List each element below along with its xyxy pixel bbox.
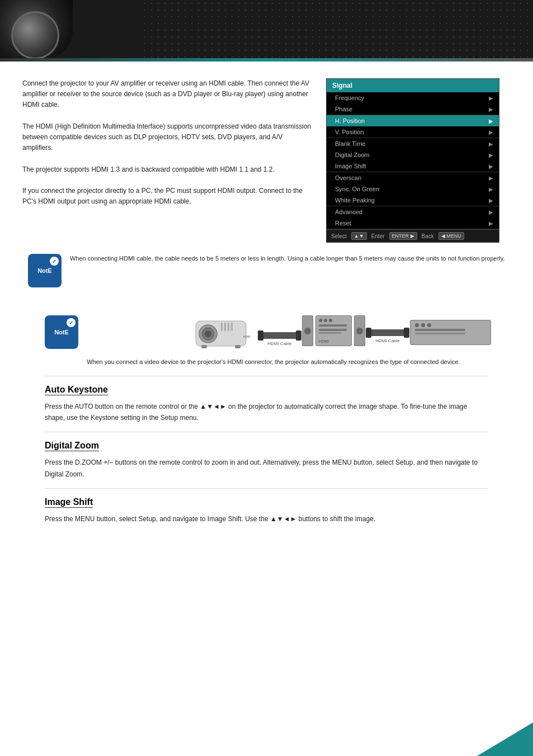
osd-item-overscan[interactable]: Overscan ▶: [327, 172, 499, 183]
svg-rect-6: [228, 323, 229, 331]
cable-1: HDMI Cable: [260, 315, 299, 346]
osd-item-frequency[interactable]: Frequency ▶: [327, 92, 499, 103]
receiver-device: HDMI: [302, 315, 365, 346]
note-checkmark-icon-2: [67, 318, 76, 327]
projector-device: HDMI: [190, 310, 257, 352]
osd-item-label: White Peaking: [335, 197, 375, 204]
osd-item-label: H. Position: [335, 117, 365, 124]
osd-item-label: Advanced: [335, 209, 362, 215]
main-content: Connect the projector to your AV amplifi…: [0, 62, 533, 545]
note-checkmark-icon: [50, 257, 59, 266]
osd-item-digitalzoom[interactable]: Digital Zoom ▶: [327, 149, 499, 160]
projector-svg: HDMI: [190, 310, 257, 352]
osd-item-label: Image Shift: [335, 163, 366, 169]
osd-section-1: Frequency ▶ Phase ▶: [327, 92, 499, 115]
paragraph-2: The HDMI (High Definition Multimedia Int…: [22, 121, 315, 154]
osd-arrow: ▶: [489, 141, 493, 147]
osd-item-label: Blank Time: [335, 140, 365, 147]
osd-arrow: ▶: [489, 118, 493, 124]
note-icon-1: NotE: [28, 254, 62, 287]
osd-item-label: Overscan: [335, 174, 361, 181]
osd-item-label: Sync. On Green: [335, 186, 379, 192]
osd-item-imageshift[interactable]: Image Shift ▶: [327, 160, 499, 172]
cable-2: HDMI Cable: [368, 318, 407, 343]
paragraph-4: If you connect the projector directly to…: [22, 186, 315, 207]
osd-item-phase[interactable]: Phase ▶: [327, 103, 499, 115]
dvd-device: [410, 317, 491, 345]
osd-select-label: Select: [331, 233, 347, 239]
connection-diagram: HDMI HDMI Cable: [171, 310, 511, 352]
osd-item-whitepeaking[interactable]: White Peaking ▶: [327, 195, 499, 206]
osd-back-label: Back: [422, 233, 434, 239]
svg-point-3: [205, 330, 211, 337]
osd-arrow: ▶: [489, 197, 493, 204]
left-column: Connect the projector to your AV amplifi…: [22, 78, 315, 243]
osd-title: Signal: [327, 79, 499, 92]
paragraph-1: Connect the projector to your AV amplifi…: [22, 78, 315, 111]
svg-text:HDMI: HDMI: [243, 335, 251, 338]
section-image-shift: Image Shift Press the MENU button, selec…: [45, 497, 488, 525]
note-icon-label: NotE: [37, 268, 52, 274]
osd-section-5: Advanced ▶ Reset ▶: [327, 206, 499, 229]
osd-item-syncongreen[interactable]: Sync. On Green ▶: [327, 183, 499, 195]
osd-arrow: ▶: [489, 152, 493, 158]
osd-section-4: Overscan ▶ Sync. On Green ▶ White Peakin…: [327, 172, 499, 206]
osd-back-key: ◀ MENU: [438, 232, 464, 240]
osd-section-3: Blank Time ▶ Digital Zoom ▶ Image Shift …: [327, 138, 499, 172]
divider-1: [45, 376, 488, 376]
section-text-auto-keystone: Press the AUTO button on the remote cont…: [45, 401, 488, 424]
osd-menu-container: Signal Frequency ▶ Phase ▶ H. Position: [326, 78, 511, 243]
header-dots-pattern: [141, 0, 533, 62]
page-header: [0, 0, 533, 62]
osd-item-label: Reset: [335, 220, 351, 226]
osd-nav-key: ▲▼: [351, 232, 367, 240]
osd-arrow: ▶: [489, 95, 493, 101]
svg-rect-8: [201, 345, 207, 348]
osd-arrow: ▶: [489, 129, 493, 135]
bottom-corner-decoration: [477, 722, 533, 756]
note-text-1: When connecting HDMI cable, the cable ne…: [70, 254, 505, 264]
osd-arrow: ▶: [489, 175, 493, 181]
note-icon-label-2: NotE: [54, 329, 69, 336]
section-text-image-shift: Press the MENU button, select Setup, and…: [45, 513, 488, 525]
note-box-1: NotE When connecting HDMI cable, the cab…: [22, 254, 511, 287]
osd-item-label: Frequency: [335, 94, 364, 101]
cable-2-label: HDMI Cable: [375, 338, 400, 343]
divider-2: [45, 432, 488, 432]
osd-arrow: ▶: [489, 106, 493, 112]
svg-rect-5: [224, 323, 226, 331]
content-columns: Connect the projector to your AV amplifi…: [22, 78, 511, 243]
osd-arrow: ▶: [489, 220, 493, 226]
diagram-and-note: HDMI HDMI Cable: [87, 299, 511, 367]
osd-item-label: Digital Zoom: [335, 152, 370, 158]
svg-rect-9: [235, 345, 240, 348]
osd-item-blanktime[interactable]: Blank Time ▶: [327, 138, 499, 149]
section-auto-keystone: Auto Keystone Press the AUTO button on t…: [45, 385, 488, 424]
section-text-digital-zoom: Press the D.ZOOM +/– buttons on the remo…: [45, 457, 488, 480]
osd-enter-label: Enter: [371, 233, 385, 239]
osd-section-2: H. Position ▶ V. Position ▶: [327, 115, 499, 138]
section-digital-zoom: Digital Zoom Press the D.ZOOM +/– button…: [45, 441, 488, 480]
diagram-row: NotE: [22, 299, 511, 367]
paragraph-3: The projector supports HDMI 1.3 and is b…: [22, 164, 315, 175]
osd-item-advanced[interactable]: Advanced ▶: [327, 206, 499, 218]
osd-arrow: ▶: [489, 163, 493, 169]
osd-item-label: Phase: [335, 106, 352, 112]
divider-3: [45, 488, 488, 489]
osd-item-vposition[interactable]: V. Position ▶: [327, 126, 499, 138]
note-icon-2: NotE: [45, 315, 78, 349]
osd-footer: Select ▲▼ Enter ENTER ▶ Back ◀ MENU: [327, 229, 499, 242]
osd-arrow: ▶: [489, 209, 493, 215]
note-text-2: When you connect a video device to the p…: [87, 357, 511, 367]
osd-enter-key: ENTER ▶: [389, 232, 417, 240]
lens-image: [0, 0, 73, 62]
svg-rect-7: [231, 323, 233, 331]
osd-item-reset[interactable]: Reset ▶: [327, 218, 499, 229]
note-text-2-container: When you connect a video device to the p…: [87, 357, 511, 367]
section-title-digital-zoom: Digital Zoom: [45, 441, 99, 451]
section-title-auto-keystone: Auto Keystone: [45, 385, 108, 395]
cable-1-label: HDMI Cable: [267, 341, 292, 346]
osd-item-hposition[interactable]: H. Position ▶: [327, 115, 499, 126]
section-title-image-shift: Image Shift: [45, 497, 93, 508]
svg-rect-4: [221, 323, 223, 331]
